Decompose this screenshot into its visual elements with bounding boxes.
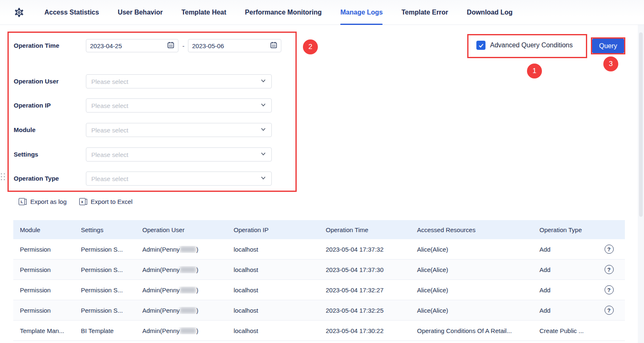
vertical-scrollbar-track[interactable] xyxy=(638,25,644,343)
col-header-operation-user: Operation User xyxy=(136,226,227,233)
cell-accessed-resources: Alice(Alice) xyxy=(410,266,533,273)
operation-user-select[interactable]: Please select xyxy=(86,74,272,88)
tab-template-heat[interactable]: Template Heat xyxy=(181,0,226,25)
cell-settings: Permission S... xyxy=(74,287,136,294)
cell-module: Permission xyxy=(13,307,74,314)
user-name: Admin(Penny xyxy=(142,246,180,253)
chevron-down-icon xyxy=(260,126,266,134)
operation-type-placeholder: Please select xyxy=(91,175,260,182)
cell-operation-type: Add xyxy=(533,266,593,273)
vertical-scrollbar-thumb[interactable] xyxy=(639,32,643,217)
export-toolbar: L Export as log x Export to Excel xyxy=(19,198,132,205)
operation-user-placeholder: Please select xyxy=(91,78,260,85)
settings-select[interactable]: Please select xyxy=(86,147,272,162)
cell-settings: Permission S... xyxy=(74,266,136,273)
cell-actions: ? xyxy=(593,245,625,254)
drag-handle-icon[interactable] xyxy=(1,173,5,180)
cell-accessed-resources: Alice(Alice) xyxy=(410,246,533,253)
col-header-settings: Settings xyxy=(74,226,136,233)
advanced-query-conditions: Advanced Query Conditions xyxy=(476,41,573,50)
col-header-operation-time: Operation Time xyxy=(319,226,410,233)
user-name: Admin(Penny xyxy=(142,266,180,273)
tab-bar: Access Statistics User Behavior Template… xyxy=(44,0,512,25)
tab-download-log[interactable]: Download Log xyxy=(467,0,512,25)
export-as-log-button[interactable]: L Export as log xyxy=(19,198,67,205)
cell-operation-user: Admin(Penny) xyxy=(136,246,227,253)
cell-operation-ip: localhost xyxy=(227,287,319,294)
cell-actions: ? xyxy=(593,285,625,294)
help-icon[interactable]: ? xyxy=(605,285,614,294)
advanced-query-checkbox[interactable] xyxy=(476,41,485,50)
cell-module: Permission xyxy=(13,246,74,253)
tab-performance-monitoring[interactable]: Performance Monitoring xyxy=(245,0,322,25)
calendar-icon xyxy=(270,42,277,50)
tab-access-statistics[interactable]: Access Statistics xyxy=(44,0,99,25)
help-icon[interactable]: ? xyxy=(605,306,614,315)
cell-operation-type: Add xyxy=(533,307,593,314)
chevron-down-icon xyxy=(260,151,266,159)
table-row[interactable]: Permission Permission S... Admin(Penny) … xyxy=(13,239,625,260)
tab-template-error[interactable]: Template Error xyxy=(401,0,448,25)
operation-ip-select[interactable]: Please select xyxy=(86,98,272,113)
cell-accessed-resources: Alice(Alice) xyxy=(410,287,533,294)
user-name-suffix: ) xyxy=(196,246,198,253)
advanced-query-label: Advanced Query Conditions xyxy=(490,42,573,49)
active-tab-underline xyxy=(340,24,383,25)
tab-label: Template Heat xyxy=(181,9,226,16)
gear-icon[interactable] xyxy=(14,7,24,17)
help-icon[interactable]: ? xyxy=(605,245,614,254)
cell-settings: BI Template xyxy=(74,327,136,334)
badge-number: 3 xyxy=(609,60,612,68)
logs-table: Module Settings Operation User Operation… xyxy=(13,220,625,341)
export-to-excel-label: Export to Excel xyxy=(91,198,133,205)
table-row[interactable]: Permission Permission S... Admin(Penny) … xyxy=(13,280,625,300)
cell-settings: Permission S... xyxy=(74,246,136,253)
tab-label: Manage Logs xyxy=(340,9,383,16)
operation-type-label: Operation Type xyxy=(14,175,59,182)
start-date-value: 2023-04-25 xyxy=(90,42,167,49)
annotation-badge-2: 2 xyxy=(303,39,318,54)
cell-actions: ? xyxy=(593,265,625,274)
cell-operation-time: 2023-05-04 17:37:32 xyxy=(319,246,410,253)
cell-accessed-resources: Alice(Alice) xyxy=(410,307,533,314)
cell-module: Permission xyxy=(13,287,74,294)
query-button[interactable]: Query xyxy=(592,39,624,53)
col-header-operation-ip: Operation IP xyxy=(227,226,319,233)
module-label: Module xyxy=(14,126,36,133)
tab-label: Performance Monitoring xyxy=(245,9,322,16)
cell-accessed-resources: Operating Conditions Of A Retail... xyxy=(410,327,533,334)
operation-ip-placeholder: Please select xyxy=(91,102,260,109)
start-date-input[interactable]: 2023-04-25 xyxy=(86,39,178,52)
cell-operation-time: 2023-05-04 17:37:30 xyxy=(319,266,410,273)
end-date-value: 2023-05-06 xyxy=(192,42,270,49)
annotation-badge-3: 3 xyxy=(603,56,618,71)
cell-settings: Permission S... xyxy=(74,307,136,314)
table-row[interactable]: Permission Permission S... Admin(Penny) … xyxy=(13,260,625,280)
redacted-text xyxy=(180,267,196,273)
module-select[interactable]: Please select xyxy=(86,123,272,137)
cell-operation-time: 2023-05-04 17:32:27 xyxy=(319,287,410,294)
cell-operation-ip: localhost xyxy=(227,266,319,273)
export-to-excel-button[interactable]: x Export to Excel xyxy=(79,198,133,205)
operation-user-label: Operation User xyxy=(14,78,59,85)
date-range-separator: - xyxy=(181,42,185,49)
table-row[interactable]: Permission Permission S... Admin(Penny) … xyxy=(13,300,625,321)
table-row[interactable]: Template Man... BI Template Admin(Penny)… xyxy=(13,321,625,341)
operation-type-select[interactable]: Please select xyxy=(86,172,272,186)
manage-logs-page: Access Statistics User Behavior Template… xyxy=(0,0,644,343)
redacted-text xyxy=(180,328,196,334)
redacted-text xyxy=(180,287,196,293)
help-icon[interactable]: ? xyxy=(605,265,614,274)
col-header-module: Module xyxy=(13,226,74,233)
tab-user-behavior[interactable]: User Behavior xyxy=(118,0,163,25)
chevron-down-icon xyxy=(260,102,266,110)
tab-manage-logs[interactable]: Manage Logs xyxy=(340,0,383,25)
end-date-input[interactable]: 2023-05-06 xyxy=(188,39,281,52)
settings-placeholder: Please select xyxy=(91,151,260,158)
user-name: Admin(Penny xyxy=(142,307,180,314)
log-file-icon: L xyxy=(19,198,25,205)
table-header-row: Module Settings Operation User Operation… xyxy=(13,220,625,239)
col-header-operation-type: Operation Type xyxy=(533,226,593,233)
cell-operation-user: Admin(Penny) xyxy=(136,266,227,273)
cell-actions: ? xyxy=(593,306,625,315)
